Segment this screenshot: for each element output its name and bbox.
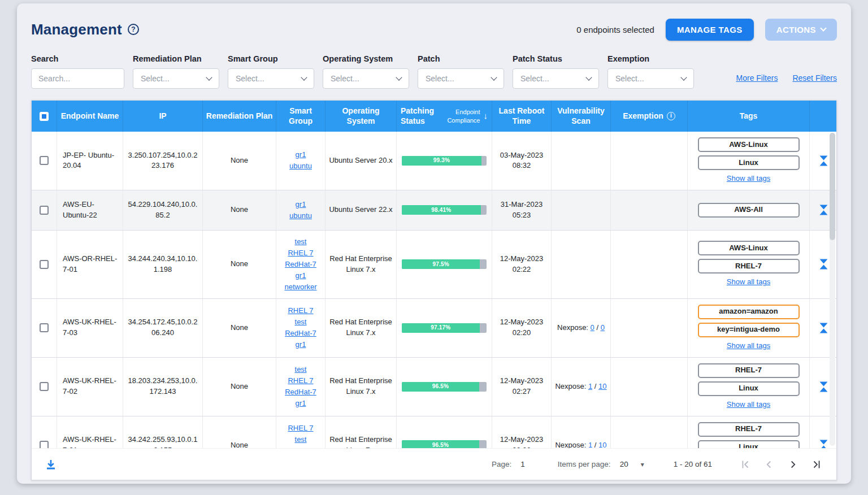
- row-checkbox[interactable]: [40, 323, 49, 332]
- search-filter: Search: [31, 54, 124, 89]
- previous-page-icon[interactable]: [763, 458, 775, 471]
- hourglass-icon[interactable]: [819, 205, 828, 215]
- vuln-found-link[interactable]: 1: [588, 382, 592, 390]
- endpoints-table: Endpoint Name IP Remediation Plan Smart …: [31, 100, 837, 480]
- vuln-total-link[interactable]: 0: [601, 323, 605, 332]
- smart-group-link[interactable]: RedHat-7: [285, 387, 316, 398]
- vuln-found-link[interactable]: 1: [588, 441, 592, 448]
- select-all-checkbox[interactable]: [40, 112, 49, 121]
- vuln-total-link[interactable]: 10: [598, 382, 606, 390]
- smart-group-link[interactable]: RHEL 7: [288, 248, 313, 259]
- reset-filters-link[interactable]: Reset Filters: [792, 73, 837, 82]
- remediation-plan-cell: None: [203, 231, 276, 298]
- last-reboot-cell: 12-May-2023 02:20: [492, 299, 552, 357]
- smart-group-link[interactable]: gr1: [296, 270, 306, 281]
- smart-group-link[interactable]: gr1: [296, 149, 306, 160]
- smart-group-link[interactable]: RedHat-7: [285, 259, 316, 270]
- hourglass-icon[interactable]: [819, 155, 828, 166]
- vuln-found-link[interactable]: 0: [591, 323, 594, 332]
- smart-group-link[interactable]: ubuntu: [289, 160, 312, 172]
- manage-tags-button[interactable]: MANAGE TAGS: [666, 19, 754, 41]
- help-icon[interactable]: ?: [128, 24, 139, 35]
- remediation-plan-cell: None: [203, 358, 276, 416]
- actions-button[interactable]: ACTIONS: [765, 19, 837, 41]
- filter-bar: Search Remediation Plan Select... Smart …: [31, 54, 837, 89]
- exemption-select[interactable]: Select...: [607, 68, 694, 89]
- col-header-remediation-plan[interactable]: Remediation Plan: [203, 101, 276, 132]
- show-all-tags-link[interactable]: Show all tags: [727, 277, 770, 288]
- col-header-operating-system[interactable]: Operating System: [326, 101, 397, 132]
- vulnerability-cell: Nexpose: 0 / 0: [552, 299, 611, 357]
- sort-descending-icon[interactable]: ↓: [484, 111, 488, 121]
- smart-group-link[interactable]: test: [295, 364, 307, 375]
- endpoints-selected-count: 0 endpoints selected: [576, 25, 654, 34]
- smart-group-link[interactable]: gr1: [296, 339, 306, 350]
- search-input[interactable]: [31, 68, 124, 89]
- select-value: Select...: [331, 74, 359, 83]
- smart-group-select[interactable]: Select...: [228, 68, 314, 89]
- row-checkbox[interactable]: [40, 260, 49, 269]
- remediation-plan-filter: Remediation Plan Select...: [133, 54, 219, 89]
- table-body: JP-EP- Ubuntu-20.043.250.107.254,10.0.22…: [32, 132, 836, 448]
- endpoint-name-cell: AWS-UK-RHEL-7-01: [57, 416, 123, 448]
- smart-group-link[interactable]: gr1: [296, 398, 306, 409]
- endpoint-name-cell: JP-EP- Ubuntu-20.04: [57, 132, 123, 190]
- tags-cell: RHEL-7LinuxShow all tags: [688, 358, 810, 416]
- row-checkbox[interactable]: [40, 206, 49, 215]
- hourglass-icon[interactable]: [819, 381, 828, 392]
- scrollbar-thumb[interactable]: [830, 133, 835, 240]
- operating-system-select[interactable]: Select...: [323, 68, 409, 89]
- show-all-tags-link[interactable]: Show all tags: [727, 400, 770, 410]
- col-header-smart-group[interactable]: Smart Group: [276, 101, 326, 132]
- vulnerability-scan-text: Nexpose: 1 / 10: [555, 381, 606, 392]
- download-icon[interactable]: [45, 459, 57, 470]
- hourglass-icon[interactable]: [819, 259, 828, 270]
- hourglass-icon[interactable]: [819, 440, 828, 448]
- col-header-ip[interactable]: IP: [123, 101, 203, 132]
- patch-select[interactable]: Select...: [418, 68, 504, 89]
- patch-status-select[interactable]: Select...: [513, 68, 599, 89]
- page-label: Page:: [492, 460, 511, 468]
- row-checkbox[interactable]: [40, 382, 49, 391]
- show-all-tags-link[interactable]: Show all tags: [727, 341, 770, 351]
- smart-group-link[interactable]: RedHat-7: [285, 445, 316, 448]
- smart-group-link[interactable]: ubuntu: [289, 210, 312, 222]
- smart-group-link[interactable]: RHEL 7: [288, 375, 313, 387]
- items-per-page-select[interactable]: Items per page: 20 ▾: [558, 460, 644, 468]
- smart-group-link[interactable]: test: [295, 434, 307, 445]
- vuln-total-link[interactable]: 10: [598, 441, 606, 448]
- patching-status-cell: 97.17%: [397, 299, 492, 357]
- show-all-tags-link[interactable]: Show all tags: [727, 173, 770, 184]
- operating-system-cell: Red Hat Enterprise Linux 7.x: [326, 416, 397, 448]
- info-icon[interactable]: i: [667, 112, 675, 120]
- smart-group-link[interactable]: RHEL 7: [288, 423, 313, 434]
- smart-group-link[interactable]: RHEL 7: [288, 305, 313, 316]
- last-page-icon[interactable]: [810, 458, 823, 471]
- col-header-exemption[interactable]: Exemption i: [611, 101, 688, 132]
- hourglass-icon[interactable]: [819, 323, 828, 333]
- smart-group-link[interactable]: networker: [284, 281, 316, 293]
- smart-group-link[interactable]: test: [295, 236, 307, 248]
- col-header-patching-status[interactable]: Patching Status Endpoint Compliance ↓: [397, 101, 492, 132]
- smart-group-link[interactable]: test: [295, 316, 307, 328]
- vulnerability-cell: [552, 190, 611, 230]
- checkbox-cell: [32, 190, 57, 230]
- row-checkbox[interactable]: [40, 441, 49, 448]
- col-header-tags[interactable]: Tags: [688, 101, 810, 132]
- next-page-icon[interactable]: [787, 458, 799, 471]
- col-header-vulnerability-scan[interactable]: Vulnerability Scan: [552, 101, 611, 132]
- first-page-icon[interactable]: [739, 458, 752, 471]
- filter-label: Exemption: [607, 54, 694, 63]
- chevron-down-icon: [301, 74, 307, 80]
- more-filters-link[interactable]: More Filters: [736, 73, 778, 82]
- chevron-down-icon: [680, 74, 687, 80]
- smart-group-link[interactable]: RedHat-7: [285, 328, 316, 339]
- smart-group-filter: Smart Group Select...: [228, 54, 314, 89]
- col-header-last-reboot[interactable]: Last Reboot Time: [492, 101, 552, 132]
- select-value: Select...: [141, 74, 170, 83]
- checkbox-cell: [32, 231, 57, 298]
- remediation-plan-select[interactable]: Select...: [133, 68, 219, 89]
- col-header-endpoint-name[interactable]: Endpoint Name: [57, 101, 123, 132]
- row-checkbox[interactable]: [40, 156, 49, 165]
- smart-group-link[interactable]: gr1: [296, 199, 306, 210]
